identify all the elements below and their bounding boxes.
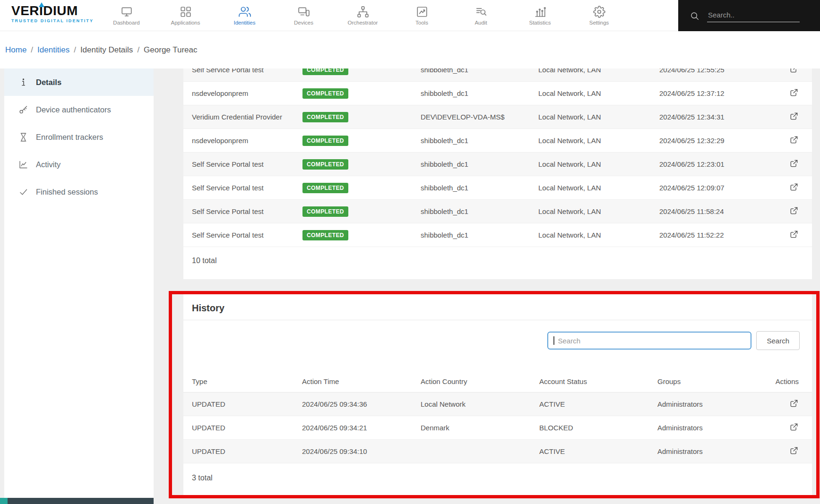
table-row: Veridium Credential Provider COMPLETED D… (183, 105, 812, 129)
session-time: 2024/06/25 11:58:24 (659, 207, 785, 215)
breadcrumb-user: George Tureac (144, 45, 197, 55)
devices-icon (298, 6, 310, 18)
sidebar-item-details[interactable]: Details (4, 68, 154, 96)
finished-sessions-card: Self Service Portal test COMPLETED shibb… (183, 68, 812, 280)
nav-label: Applications (171, 20, 200, 26)
session-name: Self Service Portal test (192, 160, 302, 168)
session-time: 2024/06/25 12:37:12 (659, 89, 785, 97)
nav-label: Statistics (529, 20, 551, 26)
history-time: 2024/06/25 09:34:10 (302, 447, 421, 455)
global-search-panel (678, 0, 820, 31)
column-header-action-country: Action Country (421, 377, 539, 385)
status-badge: COMPLETED (302, 112, 348, 122)
table-row: nsdeveloponprem COMPLETED shibboleth_dc1… (183, 82, 812, 105)
history-search-input[interactable]: Search (547, 332, 751, 350)
open-session-icon[interactable] (789, 206, 799, 215)
session-server: shibboleth_dc1 (421, 184, 538, 192)
orchestrator-icon (357, 6, 369, 18)
history-status: ACTIVE (539, 447, 657, 455)
column-header-groups: Groups (657, 377, 768, 385)
global-search-input[interactable] (707, 9, 800, 22)
history-status: BLOCKED (539, 424, 657, 432)
sessions-total: 10 total (183, 247, 812, 279)
table-row: Self Service Portal test COMPLETED shibb… (183, 223, 812, 247)
session-server: shibboleth_dc1 (421, 68, 538, 74)
session-network: Local Network, LAN (538, 207, 659, 215)
open-session-icon[interactable] (789, 159, 799, 168)
open-session-icon[interactable] (789, 135, 799, 145)
nav-item-settings[interactable]: Settings (570, 0, 629, 31)
session-time: 2024/06/25 12:34:31 (659, 113, 785, 121)
history-search-row: Search Search (183, 320, 812, 350)
open-session-icon[interactable] (789, 88, 799, 97)
session-time: 2024/06/25 12:55:25 (659, 68, 785, 74)
status-badge: COMPLETED (302, 159, 348, 170)
session-server: shibboleth_dc1 (421, 207, 538, 215)
session-time: 2024/06/25 11:52:22 (659, 231, 785, 239)
nav-item-statistics[interactable]: Statistics (510, 0, 570, 31)
sidebar-item-activity[interactable]: Activity (4, 151, 154, 178)
nav-item-applications[interactable]: Applications (156, 0, 215, 31)
session-server: shibboleth_dc1 (421, 89, 538, 97)
breadcrumb-separator: / (31, 45, 33, 55)
nav-item-audit[interactable]: Audit (451, 0, 510, 31)
nav-label: Orchestrator (348, 20, 378, 26)
session-network: Local Network, LAN (538, 89, 659, 97)
audit-icon (475, 6, 487, 18)
history-country: Denmark (421, 424, 539, 432)
session-name: nsdeveloponprem (192, 137, 302, 145)
history-search-button[interactable]: Search (756, 331, 800, 350)
breadcrumb-separator: / (74, 45, 76, 55)
nav-item-dashboard[interactable]: Dashboard (97, 0, 156, 31)
status-badge: COMPLETED (302, 68, 348, 75)
sidebar-item-device-authenticators[interactable]: Device authenticators (4, 96, 154, 123)
bottom-scrollbar[interactable] (0, 498, 154, 504)
history-title: History (183, 293, 812, 320)
identities-icon (239, 6, 251, 18)
dashboard-icon (121, 6, 133, 18)
nav-label: Dashboard (113, 20, 139, 26)
scrollbar-thumb[interactable] (0, 498, 8, 504)
open-history-icon[interactable] (789, 446, 799, 455)
table-row: nsdeveloponprem COMPLETED shibboleth_dc1… (183, 129, 812, 153)
top-bar: VERIDIUM TRUSTED DIGITAL IDENTITY Dashbo… (0, 0, 820, 31)
sidebar-item-label: Enrollment trackers (36, 133, 103, 142)
session-name: Veridium Credential Provider (192, 113, 302, 121)
open-session-icon[interactable] (789, 182, 799, 192)
sidebar-item-label: Device authenticators (36, 105, 111, 114)
breadcrumb-home[interactable]: Home (5, 45, 26, 55)
text-caret (553, 336, 554, 345)
breadcrumb-separator: / (137, 45, 139, 55)
sidebar-item-enrollment-trackers[interactable]: Enrollment trackers (4, 123, 154, 151)
sidebar-item-label: Activity (36, 160, 60, 169)
open-session-icon[interactable] (789, 230, 799, 239)
open-history-icon[interactable] (789, 399, 799, 408)
table-row: Self Service Portal test COMPLETED shibb… (183, 68, 812, 82)
nav-item-identities[interactable]: Identities (215, 0, 274, 31)
session-server: DEV\DEVELOP-VDA-MS$ (421, 113, 538, 121)
session-time: 2024/06/25 12:09:07 (659, 184, 785, 192)
sidebar-item-finished-sessions[interactable]: Finished sessions (4, 178, 154, 205)
session-server: shibboleth_dc1 (421, 137, 538, 145)
hourglass-icon (18, 132, 28, 142)
breadcrumb-identities[interactable]: Identities (37, 45, 69, 55)
open-session-icon[interactable] (789, 111, 799, 121)
history-groups: Administrators (657, 424, 768, 432)
nav-item-devices[interactable]: Devices (274, 0, 333, 31)
sidebar-item-label: Finished sessions (36, 188, 98, 196)
session-name: Self Service Portal test (192, 68, 302, 74)
sidebar-item-label: Details (36, 78, 61, 87)
open-history-icon[interactable] (789, 422, 799, 432)
nav-label: Tools (415, 20, 428, 26)
logo-tagline: TRUSTED DIGITAL IDENTITY (11, 18, 94, 23)
nav-item-tools[interactable]: Tools (392, 0, 451, 31)
nav-item-orchestrator[interactable]: Orchestrator (333, 0, 392, 31)
history-search-placeholder: Search (558, 337, 580, 345)
session-network: Local Network, LAN (538, 160, 659, 168)
history-row: UPDATED 2024/06/25 09:34:36 Local Networ… (183, 393, 812, 416)
session-network: Local Network, LAN (538, 113, 659, 121)
open-session-icon[interactable] (789, 68, 799, 74)
nav-label: Identities (233, 20, 255, 26)
veridium-logo: VERIDIUM TRUSTED DIGITAL IDENTITY (11, 4, 94, 23)
history-type: UPDATED (192, 424, 302, 432)
